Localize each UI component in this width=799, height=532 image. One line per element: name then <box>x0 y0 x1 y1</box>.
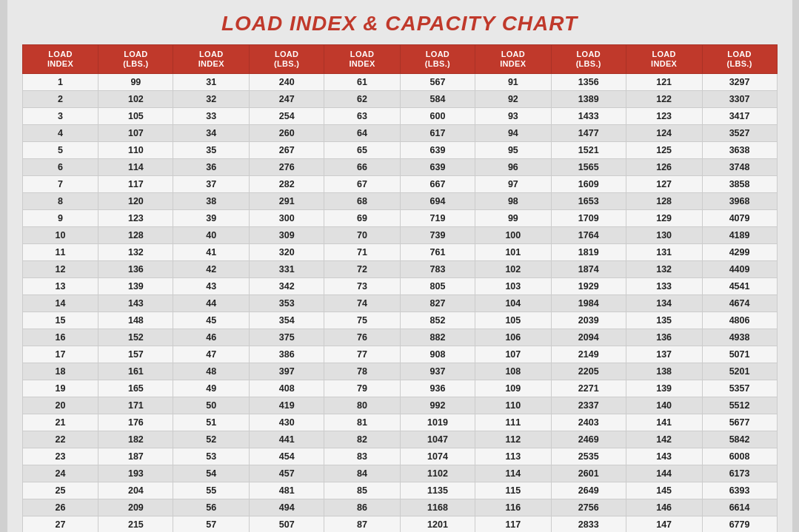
table-cell: 2469 <box>551 431 626 448</box>
table-row: 19165494087993610922711395357 <box>22 380 777 397</box>
table-cell: 14 <box>22 295 98 312</box>
table-cell: 63 <box>324 108 401 125</box>
table-cell: 105 <box>475 312 551 329</box>
table-cell: 6173 <box>702 465 777 482</box>
table-cell: 102 <box>98 91 173 108</box>
table-cell: 104 <box>475 295 551 312</box>
table-cell: 80 <box>324 397 401 414</box>
table-cell: 69 <box>324 210 401 227</box>
table-cell: 75 <box>324 312 401 329</box>
table-cell: 138 <box>626 363 702 380</box>
table-cell: 3858 <box>702 176 777 193</box>
load-index-table: LOADINDEXLOAD(LBS.)LOADINDEXLOAD(LBS.)LO… <box>22 44 778 532</box>
table-row: 15148453547585210520391354806 <box>22 312 777 329</box>
table-cell: 6008 <box>702 448 777 465</box>
table-cell: 291 <box>250 193 324 210</box>
table-cell: 1874 <box>551 261 626 278</box>
table-cell: 1764 <box>551 227 626 244</box>
table-cell: 783 <box>401 261 475 278</box>
table-cell: 320 <box>250 244 324 261</box>
table-cell: 4079 <box>702 210 777 227</box>
table-cell: 2205 <box>551 363 626 380</box>
table-cell: 76 <box>324 329 401 346</box>
table-cell: 117 <box>475 516 551 532</box>
table-cell: 68 <box>324 193 401 210</box>
table-cell: 145 <box>626 482 702 499</box>
table-cell: 2403 <box>551 414 626 431</box>
table-cell: 117 <box>98 176 173 193</box>
table-cell: 4938 <box>702 329 777 346</box>
table-cell: 146 <box>626 499 702 516</box>
table-row: 241935445784110211426011446173 <box>22 465 777 482</box>
table-cell: 142 <box>626 431 702 448</box>
table-cell: 99 <box>98 74 173 91</box>
table-cell: 123 <box>626 108 702 125</box>
table-cell: 26 <box>22 499 98 516</box>
table-cell: 85 <box>324 482 401 499</box>
table-cell: 1 <box>22 74 98 91</box>
table-cell: 2271 <box>551 380 626 397</box>
table-cell: 82 <box>324 431 401 448</box>
table-cell: 457 <box>250 465 324 482</box>
table-cell: 37 <box>173 176 250 193</box>
table-cell: 44 <box>173 295 250 312</box>
table-cell: 128 <box>98 227 173 244</box>
table-cell: 65 <box>324 142 401 159</box>
table-cell: 8 <box>22 193 98 210</box>
column-header: LOAD(LBS.) <box>98 45 173 74</box>
table-cell: 27 <box>22 516 98 532</box>
table-cell: 67 <box>324 176 401 193</box>
table-cell: 47 <box>173 346 250 363</box>
table-row: 511035267656399515211253638 <box>22 142 777 159</box>
table-cell: 2 <box>22 91 98 108</box>
table-cell: 136 <box>626 329 702 346</box>
table-cell: 1074 <box>401 448 475 465</box>
table-row: 11132413207176110118191314299 <box>22 244 777 261</box>
table-cell: 33 <box>173 108 250 125</box>
table-cell: 11 <box>22 244 98 261</box>
table-cell: 1653 <box>551 193 626 210</box>
table-cell: 123 <box>98 210 173 227</box>
table-cell: 2601 <box>551 465 626 482</box>
table-cell: 908 <box>401 346 475 363</box>
table-cell: 267 <box>250 142 324 159</box>
table-cell: 62 <box>324 91 401 108</box>
table-cell: 5 <box>22 142 98 159</box>
column-header: LOADINDEX <box>22 45 98 74</box>
table-cell: 4674 <box>702 295 777 312</box>
table-cell: 171 <box>98 397 173 414</box>
table-cell: 24 <box>22 465 98 482</box>
table-cell: 1201 <box>401 516 475 532</box>
table-cell: 126 <box>626 159 702 176</box>
table-cell: 36 <box>173 159 250 176</box>
table-cell: 105 <box>98 108 173 125</box>
table-cell: 100 <box>475 227 551 244</box>
table-cell: 39 <box>173 210 250 227</box>
table-cell: 51 <box>173 414 250 431</box>
table-cell: 936 <box>401 380 475 397</box>
column-header: LOADINDEX <box>324 45 401 74</box>
table-cell: 91 <box>475 74 551 91</box>
table-row: 231875345483107411325351436008 <box>22 448 777 465</box>
table-cell: 148 <box>98 312 173 329</box>
table-cell: 1135 <box>401 482 475 499</box>
table-cell: 64 <box>324 125 401 142</box>
table-cell: 144 <box>626 465 702 482</box>
table-cell: 419 <box>250 397 324 414</box>
table-cell: 5071 <box>702 346 777 363</box>
table-cell: 1477 <box>551 125 626 142</box>
table-cell: 57 <box>173 516 250 532</box>
table-cell: 454 <box>250 448 324 465</box>
table-cell: 46 <box>173 329 250 346</box>
table-cell: 2337 <box>551 397 626 414</box>
table-cell: 282 <box>250 176 324 193</box>
table-cell: 1819 <box>551 244 626 261</box>
table-cell: 5201 <box>702 363 777 380</box>
table-cell: 161 <box>98 363 173 380</box>
table-cell: 22 <box>22 431 98 448</box>
table-cell: 204 <box>98 482 173 499</box>
table-cell: 93 <box>475 108 551 125</box>
table-cell: 152 <box>98 329 173 346</box>
table-cell: 18 <box>22 363 98 380</box>
table-cell: 4409 <box>702 261 777 278</box>
